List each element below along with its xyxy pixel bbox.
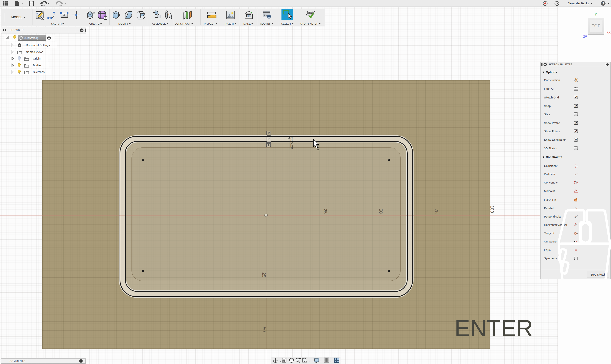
svg-text:Z: Z [583,34,585,38]
svg-text:X: X [608,30,611,34]
svg-text:?: ? [602,2,604,5]
svg-text:Y: Y [595,12,597,16]
